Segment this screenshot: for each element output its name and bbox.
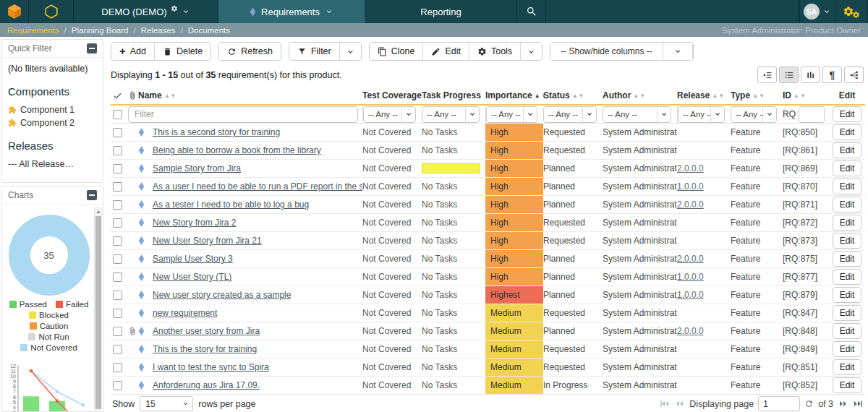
requirement-name-link[interactable]: As a user I need to be able to run a PDF…	[153, 181, 362, 192]
importance-filter-select[interactable]: -- Any --	[486, 106, 537, 123]
select-all-check-icon[interactable]	[113, 91, 122, 100]
show-hide-columns-select[interactable]: -- Show/hide columns --	[550, 43, 663, 60]
tab-requirements[interactable]: Requirements	[218, 0, 365, 23]
column-header-status[interactable]: Status▲▼	[543, 90, 603, 100]
charts-scrollbar[interactable]: ▲	[94, 207, 102, 411]
tools-button[interactable]: Tools	[469, 43, 521, 60]
requirement-name-link[interactable]: As a tester I need to be able to log a b…	[153, 199, 309, 210]
column-header-importance[interactable]: Importance▲▼	[485, 90, 543, 100]
row-edit-button[interactable]: Edit	[833, 377, 862, 393]
product-selector[interactable]: DEMO (DEMO)	[74, 0, 218, 23]
test-coverage-filter-select[interactable]: -- Any --	[363, 106, 416, 123]
edit-button[interactable]: Edit	[423, 43, 469, 60]
release-link[interactable]: 1.0.0.0	[677, 272, 704, 282]
breadcrumb-item[interactable]: Planning Board	[72, 26, 129, 35]
first-page-button[interactable]	[659, 398, 670, 409]
requirement-name-link[interactable]: Another user story from Jira	[153, 326, 260, 336]
administration-button[interactable]	[835, 0, 868, 23]
requirement-name-link[interactable]: Sample User Story 3	[153, 254, 233, 264]
name-filter-input[interactable]	[128, 106, 358, 123]
row-edit-button[interactable]: Edit	[833, 359, 862, 375]
filter-dropdown-button[interactable]	[340, 43, 361, 60]
row-edit-button[interactable]: Edit	[833, 124, 862, 140]
column-header-name[interactable]: Name▲▼	[138, 90, 362, 100]
column-header-task-progress[interactable]: Task Progress	[422, 90, 485, 100]
clone-button[interactable]: Clone	[370, 43, 424, 60]
breadcrumb-item[interactable]: Releases	[141, 26, 176, 35]
column-header-test-coverage[interactable]: Test Coverage	[362, 90, 422, 100]
row-checkbox[interactable]	[113, 200, 122, 210]
requirement-name-link[interactable]: Being able to borrow a book from the lib…	[153, 145, 321, 155]
tools-dropdown-button[interactable]	[521, 43, 542, 60]
author-filter-select[interactable]: -- Any --	[603, 106, 671, 123]
view-mindmap-button[interactable]	[844, 66, 864, 83]
row-checkbox[interactable]	[113, 218, 122, 228]
page-number-input[interactable]	[758, 396, 800, 411]
collapse-panel-icon[interactable]	[87, 190, 97, 200]
row-edit-button[interactable]: Edit	[833, 305, 862, 321]
breadcrumb-item[interactable]: Requirements	[7, 26, 59, 35]
row-edit-button[interactable]: Edit	[833, 323, 862, 339]
status-filter-select[interactable]: -- Any --	[543, 106, 597, 123]
row-edit-button[interactable]: Edit	[833, 160, 862, 176]
row-checkbox[interactable]	[113, 254, 122, 264]
rows-per-page-select[interactable]: 15	[140, 396, 193, 411]
release-link[interactable]: 1.0.0.0	[677, 181, 704, 192]
row-checkbox[interactable]	[113, 291, 122, 300]
requirement-name-link[interactable]: new requirement	[153, 308, 217, 318]
sidebar-item-component[interactable]: Component 1	[8, 105, 97, 115]
charts-scrollbar-thumb[interactable]	[95, 216, 101, 409]
row-checkbox[interactable]	[113, 345, 122, 354]
global-search-button[interactable]	[517, 0, 546, 23]
refresh-button[interactable]: Refresh	[219, 43, 281, 60]
view-board-button[interactable]	[801, 66, 820, 83]
scrollbar-up-arrow[interactable]: ▲	[95, 207, 102, 215]
release-filter-select[interactable]: -- Any --	[678, 106, 725, 123]
add-button[interactable]: +Add	[111, 43, 155, 60]
collapse-panel-icon[interactable]	[87, 43, 97, 53]
row-checkbox[interactable]	[113, 309, 122, 318]
task-progress-filter-select[interactable]: -- Any --	[422, 106, 480, 123]
requirement-name-link[interactable]: New Story from Jira 2	[153, 218, 236, 228]
requirement-name-link[interactable]: I want to test the sync to Spira	[153, 362, 269, 372]
row-edit-button[interactable]: Edit	[833, 142, 862, 158]
row-checkbox[interactable]	[113, 128, 122, 137]
tab-reporting[interactable]: Reporting	[365, 0, 517, 23]
select-all-checkbox[interactable]	[113, 110, 122, 119]
release-link[interactable]: 2.0.0.0	[677, 326, 704, 336]
row-checkbox[interactable]	[113, 363, 122, 372]
requirement-name-link[interactable]: This is a second story for training	[153, 127, 280, 137]
last-page-button[interactable]	[853, 398, 864, 409]
column-header-author[interactable]: Author▲▼	[603, 90, 677, 100]
row-checkbox[interactable]	[113, 272, 122, 282]
row-checkbox[interactable]	[113, 164, 122, 173]
previous-page-button[interactable]	[674, 398, 685, 409]
id-filter-input[interactable]	[799, 106, 825, 123]
column-header-release[interactable]: Release▲▼	[677, 90, 731, 100]
row-edit-button[interactable]: Edit	[833, 341, 862, 357]
view-list-button[interactable]	[779, 66, 799, 83]
row-checkbox[interactable]	[113, 381, 122, 390]
sidebar-item-component[interactable]: Component 2	[8, 118, 97, 128]
release-link[interactable]: 2.0.0.0	[677, 163, 704, 173]
app-logo[interactable]	[0, 0, 29, 23]
column-header-id[interactable]: ID▲▼	[783, 90, 829, 100]
column-header-type[interactable]: Type▲▼	[731, 90, 783, 100]
user-menu[interactable]: SA	[799, 0, 835, 23]
requirement-name-link[interactable]: New User Story from Jira 21	[153, 236, 262, 246]
view-document-button[interactable]: ¶	[822, 66, 842, 83]
requirement-name-link[interactable]: New User Story (TL)	[153, 272, 231, 282]
row-checkbox[interactable]	[113, 327, 122, 336]
release-link[interactable]: 2.0.0.0	[677, 199, 704, 210]
row-checkbox[interactable]	[113, 182, 122, 192]
type-filter-select[interactable]: -- Any --	[731, 106, 777, 123]
next-page-button[interactable]	[838, 398, 848, 409]
row-edit-button[interactable]: Edit	[833, 197, 862, 213]
row-checkbox[interactable]	[113, 146, 122, 155]
filter-button[interactable]: Filter	[289, 43, 340, 60]
view-outline-button[interactable]	[757, 66, 777, 83]
sidebar-item-all-releases[interactable]: --- All Release…	[8, 159, 97, 169]
show-hide-columns-dropdown-button[interactable]	[663, 43, 693, 60]
requirement-name-link[interactable]: New user story created as a sample	[153, 290, 291, 300]
row-edit-button[interactable]: Edit	[833, 287, 862, 303]
